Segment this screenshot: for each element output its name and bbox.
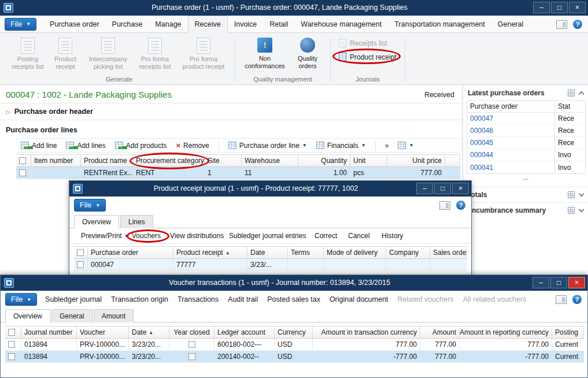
file-menu-button[interactable]: File ▼ [74,199,106,212]
add-line-button[interactable]: Add line [21,142,57,150]
tab-purchase[interactable]: Purchase [106,16,149,32]
tab-lines[interactable]: Lines [120,215,153,228]
subledger-journal-entries-button[interactable]: Subledger journal entries [229,232,306,240]
help-icon[interactable] [456,201,465,210]
history-button[interactable]: History [382,232,403,240]
maximize-button[interactable]: □ [551,2,568,13]
po-window-titlebar[interactable]: Purchase order (1 - usmf) - Purchase ord… [0,0,588,16]
row-select-cell[interactable] [74,259,88,270]
col-status[interactable]: Stat [555,101,585,112]
all-related-vouchers-button[interactable]: All related vouchers [463,295,527,303]
col-company[interactable]: Company [386,247,430,258]
select-all-cell[interactable] [16,155,31,166]
col-warehouse[interactable]: Warehouse [242,155,298,166]
col-year-closed[interactable]: Year closed [169,327,215,338]
col-purchase-order[interactable]: Purchase order [88,247,173,258]
companion-panel-icon[interactable] [439,201,450,210]
vouchers-button[interactable]: Vouchers [132,232,161,240]
row-select-cell[interactable] [5,351,21,362]
encumbrance-factbox-header[interactable]: Encumbrance summary [463,202,588,218]
col-unit-price[interactable]: Unit price [387,155,445,166]
file-menu-button[interactable]: File ▼ [5,293,37,306]
receipt-window-titlebar[interactable]: Product receipt journal (1 - usmf) - Pro… [69,181,471,197]
correct-button[interactable]: Correct [315,232,337,240]
tab-general[interactable]: General [491,16,530,32]
receipts-list-journal-button[interactable]: Receipts list [336,38,399,49]
po-link[interactable]: 000047 [467,113,555,124]
maximize-button[interactable]: □ [550,277,567,288]
add-products-button[interactable]: Add products [115,142,167,150]
factbox-grid-icon[interactable] [568,191,575,198]
related-vouchers-button[interactable]: Related vouchers [397,295,453,303]
row-select-cell[interactable] [5,339,21,350]
toolbar-overflow-button[interactable]: » [385,142,389,150]
transaction-origin-button[interactable]: Transaction origin [111,295,168,303]
factbox-row[interactable]: 000041 Invo [467,161,585,173]
pro-forma-receipts-list-button[interactable]: Pro forma receipts list [134,35,176,72]
col-posting[interactable]: Posting [552,327,584,338]
year-closed-checkbox[interactable] [188,353,195,360]
purchase-order-line-menu-button[interactable]: Purchase order line ▼ [228,142,307,150]
po-link[interactable]: 000045 [467,137,555,149]
tab-general[interactable]: General [51,309,93,323]
preview-print-button[interactable]: Preview/Print ▼ [81,232,129,240]
transactions-button[interactable]: Transactions [177,295,219,303]
quality-orders-button[interactable]: Quality orders [291,35,324,72]
tab-receive[interactable]: Receive [188,16,228,33]
tab-overview[interactable]: Overview [74,215,119,228]
minimize-button[interactable]: – [532,277,549,288]
tab-purchase-order[interactable]: Purchase order [43,16,105,32]
chevron-up-icon[interactable] [579,91,585,97]
col-procurement-category[interactable]: Procurement category [133,155,205,166]
po-link[interactable]: 000046 [467,125,555,136]
tab-transportation-management[interactable]: Transportation management [388,16,491,32]
cancel-button[interactable]: Cancel [348,232,369,240]
companion-panel-icon[interactable] [556,295,567,304]
col-currency[interactable]: Currency [275,327,313,338]
chevron-down-icon[interactable] [579,191,585,197]
col-date[interactable]: Date [247,247,288,258]
receipt-row[interactable]: 000047 77777 3/23/... [74,259,467,271]
col-site[interactable]: Site [205,155,242,166]
col-mode-of-delivery[interactable]: Mode of delivery [324,247,386,258]
original-document-button[interactable]: Original document [330,295,388,303]
maximize-button[interactable]: □ [434,183,451,194]
row-select-cell[interactable] [16,167,31,179]
factbox-grid-icon[interactable] [568,90,575,97]
companion-panel-icon[interactable] [556,20,567,29]
add-lines-button[interactable]: Add lines [66,142,105,150]
year-closed-checkbox[interactable] [188,341,195,348]
col-product-name[interactable]: Product name [81,155,133,166]
col-date[interactable]: Date▲ [129,327,169,338]
tab-amount[interactable]: Amount [94,309,134,323]
col-journal-number[interactable]: Journal number [21,327,77,338]
grid-options-button[interactable]: ▼ [398,142,413,149]
chevron-down-icon[interactable] [579,207,585,213]
factbox-more-link[interactable]: ... [463,174,588,182]
col-unit[interactable]: Unit [350,155,387,166]
po-link[interactable]: 000041 [467,162,555,173]
col-amount-transaction-currency[interactable]: Amount in transaction currency [313,327,420,338]
po-line-row[interactable]: RENTRent Ex... RENT 1 11 1.00 pcs 777.00 [16,167,460,179]
factbox-row[interactable]: 000047 Rece [467,113,585,125]
col-product-receipt[interactable]: Product receipt▲ [173,247,247,258]
intercompany-picking-list-button[interactable]: Intercompany picking list [84,35,132,72]
tab-retail[interactable]: Retail [263,16,294,32]
help-icon[interactable] [573,20,582,29]
tab-manage[interactable]: Manage [149,16,187,32]
tab-overview[interactable]: Overview [5,309,50,323]
posted-sales-tax-button[interactable]: Posted sales tax [267,295,320,303]
tab-warehouse-management[interactable]: Warehouse management [294,16,388,32]
tab-invoice[interactable]: Invoice [228,16,264,32]
subledger-journal-button[interactable]: Subledger journal [45,295,102,303]
col-voucher[interactable]: Voucher [77,327,129,338]
select-all-cell[interactable] [5,327,21,338]
col-sales-order[interactable]: Sales order [430,247,467,258]
col-item-number[interactable]: Item number [31,155,81,166]
remove-button[interactable]: × Remove [176,141,209,150]
col-purchase-order[interactable]: Purchase order [467,101,555,112]
minimize-button[interactable]: – [416,183,433,194]
factbox-row[interactable]: 000046 Rece [467,125,585,137]
voucher-row[interactable]: 013894 PRV-100000... 3/23/20... 600180-0… [5,339,584,351]
voucher-row[interactable]: 013894 PRV-100000... 3/23/20... 200140-0… [5,351,584,363]
